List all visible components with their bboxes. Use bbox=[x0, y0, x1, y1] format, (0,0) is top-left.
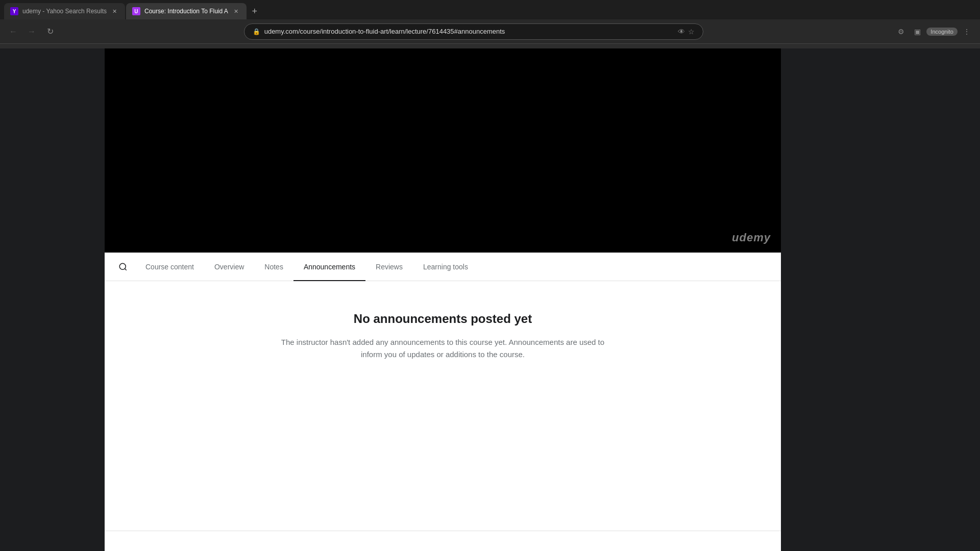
browser-tab-1[interactable]: Y udemy - Yahoo Search Results ✕ bbox=[4, 3, 125, 19]
tab-overview[interactable]: Overview bbox=[204, 253, 254, 281]
address-bar-row: ← → ↻ 🔒 udemy.com/course/introduction-to… bbox=[0, 19, 980, 44]
tab-notes[interactable]: Notes bbox=[254, 253, 293, 281]
forward-button[interactable]: → bbox=[24, 24, 39, 39]
back-button[interactable]: ← bbox=[6, 24, 20, 39]
tab-bar: Y udemy - Yahoo Search Results ✕ U Cours… bbox=[0, 0, 980, 19]
tab-reviews[interactable]: Reviews bbox=[365, 253, 413, 281]
reload-button[interactable]: ↻ bbox=[43, 24, 57, 39]
browser-chrome: Y udemy - Yahoo Search Results ✕ U Cours… bbox=[0, 0, 980, 48]
course-tab-nav: Course content Overview Notes Announceme… bbox=[105, 253, 781, 281]
left-sidebar bbox=[0, 48, 105, 551]
svg-line-1 bbox=[125, 268, 126, 270]
extensions-button[interactable]: ⚙ bbox=[894, 24, 908, 39]
search-icon-button[interactable] bbox=[115, 259, 131, 275]
right-sidebar bbox=[781, 48, 980, 551]
tab2-close[interactable]: ✕ bbox=[232, 7, 240, 15]
tab2-title: Course: Introduction To Fluid A bbox=[144, 8, 228, 15]
star-icon: ☆ bbox=[688, 28, 695, 36]
address-text: udemy.com/course/introduction-to-fluid-a… bbox=[264, 28, 674, 35]
content-body: No announcements posted yet The instruct… bbox=[105, 281, 781, 531]
menu-button[interactable]: ⋮ bbox=[960, 24, 974, 39]
tab1-title: udemy - Yahoo Search Results bbox=[22, 8, 107, 15]
page-content: udemy Course content Overview Notes bbox=[0, 48, 980, 551]
sidebar-button[interactable]: ▣ bbox=[910, 24, 924, 39]
search-icon bbox=[118, 262, 128, 271]
empty-state-title: No announcements posted yet bbox=[354, 312, 532, 326]
address-bar[interactable]: 🔒 udemy.com/course/introduction-to-fluid… bbox=[244, 23, 703, 40]
bottom-bar bbox=[105, 531, 781, 551]
tab-learning-tools[interactable]: Learning tools bbox=[413, 253, 478, 281]
main-area: udemy Course content Overview Notes bbox=[105, 48, 781, 551]
browser-tab-2[interactable]: U Course: Introduction To Fluid A ✕ bbox=[126, 3, 247, 19]
address-lock-icon: 🔒 bbox=[253, 28, 260, 35]
eye-off-icon: 👁 bbox=[678, 28, 685, 36]
udemy-watermark: udemy bbox=[732, 231, 771, 244]
new-tab-button[interactable]: + bbox=[248, 4, 262, 18]
video-player[interactable]: udemy bbox=[105, 48, 781, 253]
content-layout: udemy Course content Overview Notes bbox=[0, 48, 980, 551]
empty-state-description: The instructor hasn't added any announce… bbox=[280, 336, 606, 361]
tab-announcements[interactable]: Announcements bbox=[293, 253, 365, 281]
address-bar-icons: 👁 ☆ bbox=[678, 28, 695, 36]
browser-right-controls: ⚙ ▣ Incognito ⋮ bbox=[894, 24, 974, 39]
tab1-favicon: Y bbox=[10, 7, 18, 15]
tab1-close[interactable]: ✕ bbox=[111, 7, 119, 15]
tab-course-content[interactable]: Course content bbox=[135, 253, 204, 281]
tab2-favicon: U bbox=[132, 7, 140, 15]
svg-point-0 bbox=[119, 263, 126, 269]
incognito-badge[interactable]: Incognito bbox=[926, 28, 958, 36]
